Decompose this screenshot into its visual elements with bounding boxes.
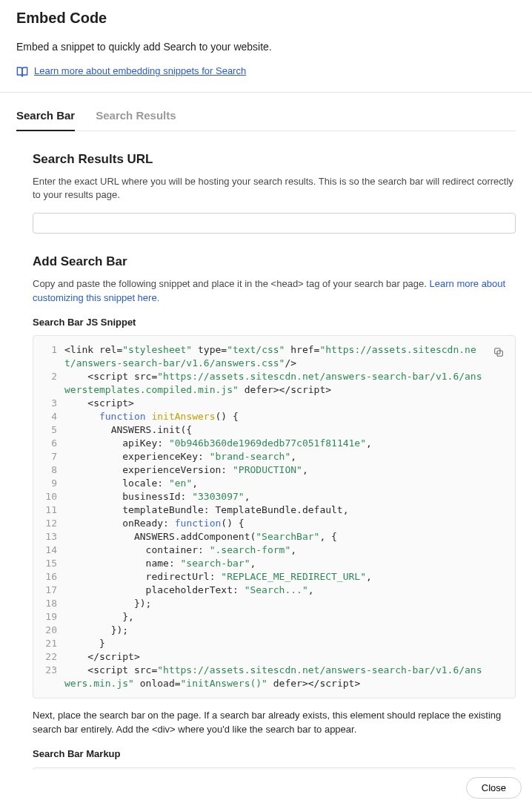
search-results-url-heading: Search Results URL xyxy=(33,151,516,169)
search-results-url-input[interactable] xyxy=(33,213,516,234)
js-snippet-code-block: 1<link rel="stylesheet" type="text/css" … xyxy=(33,335,516,698)
divider xyxy=(0,92,532,93)
search-results-url-help: Enter the exact URL where you will be ho… xyxy=(33,175,516,203)
page-title: Embed Code xyxy=(16,7,516,29)
tab-search-results[interactable]: Search Results xyxy=(96,108,176,131)
page-lead: Embed a snippet to quickly add Search to… xyxy=(16,39,516,54)
markup-snippet-label: Search Bar Markup xyxy=(33,747,516,762)
copy-icon xyxy=(493,346,505,358)
add-search-bar-help: Copy and paste the following snippet and… xyxy=(33,277,516,305)
book-icon xyxy=(16,66,28,78)
tabs: Search Bar Search Results xyxy=(16,108,516,131)
add-search-bar-heading: Add Search Bar xyxy=(33,253,516,271)
place-search-bar-paragraph: Next, place the search bar on the page. … xyxy=(33,709,516,737)
js-snippet-label: Search Bar JS Snippet xyxy=(33,316,516,330)
learn-more-link[interactable]: Learn more about embedding snippets for … xyxy=(34,65,246,79)
learn-more-row: Learn more about embedding snippets for … xyxy=(16,65,516,79)
copy-js-snippet-button[interactable] xyxy=(490,343,508,361)
footer: Close xyxy=(0,770,532,806)
help-text: Copy and paste the following snippet and… xyxy=(33,278,430,289)
tab-search-bar[interactable]: Search Bar xyxy=(16,108,75,131)
close-button[interactable]: Close xyxy=(466,777,522,799)
